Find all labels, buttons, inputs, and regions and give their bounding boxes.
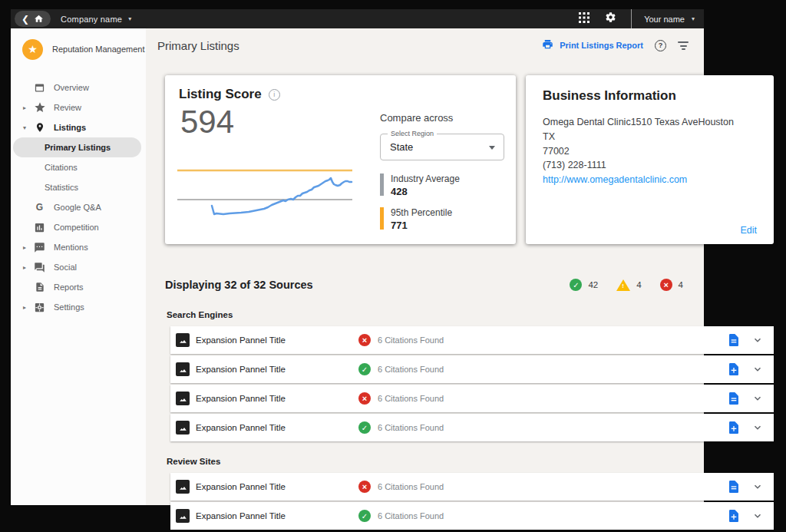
sources-header: Displaying 32 of 32 Sources ✓ 42 4 × 4 [165, 279, 683, 291]
place-pin-icon [33, 121, 46, 134]
app-title: Reputation Management [52, 45, 144, 54]
print-listings-report-button[interactable]: Print Listings Report [542, 38, 643, 53]
expansion-panel[interactable]: Expansion Pannel Title 6 Citations Found [170, 326, 774, 354]
expand-arrow-icon[interactable]: ▸ [23, 304, 26, 311]
panel-title: Expansion Pannel Title [196, 423, 358, 432]
status-icon [358, 363, 371, 375]
expansion-panel[interactable]: Expansion Pannel Title 6 Citations Found [170, 385, 774, 412]
business-website-link[interactable]: http://www.omegadentalclinic.com [543, 173, 757, 187]
page-title: Primary Listings [157, 39, 239, 52]
sidebar-item-social[interactable]: ▸ Social [11, 257, 146, 277]
sidebar-item-review[interactable]: ▸ Review [11, 97, 146, 117]
chevron-down-icon[interactable] [752, 481, 763, 492]
sidebar-item-reports[interactable]: Reports [11, 277, 146, 297]
region-select[interactable]: Select Region State [380, 134, 504, 160]
check-circle-icon: ✓ [570, 279, 582, 291]
select-region-label: Select Region [388, 130, 437, 137]
business-info-title: Business Information [543, 88, 757, 104]
image-icon [176, 509, 190, 523]
citation-doc-icon[interactable] [728, 333, 740, 347]
google-g-icon: G [33, 201, 46, 214]
sidebar-item-competition[interactable]: Competition [11, 217, 146, 237]
listing-score-value: 594 [180, 104, 234, 140]
home-icon[interactable] [34, 14, 44, 24]
legend-industry-average: Industry Average 428 [380, 173, 504, 197]
expansion-panel[interactable]: Expansion Pannel Title 6 Citations Found [170, 502, 774, 530]
sidebar-item-statistics[interactable]: Statistics [11, 177, 146, 197]
citation-doc-icon[interactable] [728, 421, 740, 435]
expansion-panel[interactable]: Expansion Pannel Title 6 Citations Found [170, 473, 774, 501]
expand-arrow-icon[interactable]: ▾ [23, 124, 26, 131]
star-icon [33, 101, 46, 114]
status-icon [358, 334, 371, 346]
citations-count: 6 Citations Found [378, 423, 444, 432]
settings-button[interactable] [597, 9, 623, 28]
settings-box-icon [33, 301, 46, 314]
expand-arrow-icon[interactable]: ▸ [23, 104, 26, 111]
citations-count: 6 Citations Found [378, 394, 444, 403]
sidebar-item-mentions[interactable]: ▸ Mentions [11, 237, 146, 257]
citations-count: 6 Citations Found [378, 335, 444, 345]
top-bar: ❮ Company name ▾ Your name ▾ [11, 9, 704, 28]
sidebar-item-google-qa[interactable]: G Google Q&A [11, 197, 146, 217]
listing-score-card: Listing Score i 594 Compare across Selec… [165, 75, 516, 244]
sidebar: ★ Reputation Management Overview ▸ Revie… [11, 28, 146, 505]
back-icon[interactable]: ❮ [21, 15, 29, 24]
star-avatar: ★ [22, 39, 43, 60]
compare-across-label: Compare across [380, 112, 504, 124]
expansion-panel[interactable]: Expansion Pannel Title 6 Citations Found [170, 414, 774, 441]
sidebar-item-primary-listings[interactable]: Primary Listings [13, 137, 141, 157]
score-trend-line [212, 178, 352, 214]
gear-icon [605, 12, 616, 26]
sources-heading: Displaying 32 of 32 Sources [165, 279, 313, 291]
sidebar-item-listings[interactable]: ▾ Listings [11, 117, 146, 137]
company-dropdown[interactable]: Company name ▾ [61, 15, 131, 24]
apps-grid-button[interactable] [571, 9, 597, 28]
expand-arrow-icon[interactable]: ▸ [23, 264, 26, 271]
panel-title: Expansion Pannel Title [196, 511, 358, 520]
business-address-line: Omega Dental Clinic1510 Texas AveHouston [543, 115, 757, 130]
chevron-down-icon[interactable] [752, 511, 763, 521]
region-select-value: State [381, 134, 504, 160]
citation-doc-icon[interactable] [728, 480, 740, 494]
citation-doc-icon[interactable] [728, 509, 740, 523]
content-header: Primary Listings Print Listings Report ? [146, 28, 704, 62]
panel-title: Expansion Pannel Title [196, 335, 358, 345]
business-address-line: TX [543, 130, 757, 144]
help-icon[interactable]: ? [655, 40, 666, 51]
sidebar-item-citations[interactable]: Citations [11, 157, 146, 177]
sidebar-header: ★ Reputation Management [11, 28, 146, 70]
sidebar-item-settings[interactable]: ▸ Settings [11, 297, 146, 317]
legend-95th-percentile: 95th Percentile 771 [380, 207, 504, 231]
edit-button[interactable]: Edit [740, 225, 757, 236]
chevron-down-icon[interactable] [752, 422, 763, 433]
citation-doc-icon[interactable] [728, 362, 740, 376]
status-icon [358, 510, 371, 522]
error-count-badge: × 4 [660, 279, 683, 291]
citations-count: 6 Citations Found [378, 365, 444, 374]
home-nav-pill[interactable]: ❮ [15, 11, 51, 27]
sidebar-nav: Overview ▸ Review ▾ Listings Primary Lis… [11, 78, 146, 317]
star-icon: ★ [28, 43, 38, 55]
user-dropdown[interactable]: Your name ▾ [632, 15, 704, 24]
business-address-line: 77002 [543, 144, 757, 159]
business-information-card: Business Information Omega Dental Clinic… [526, 75, 774, 244]
chevron-down-icon[interactable] [752, 364, 763, 375]
citation-doc-icon[interactable] [728, 392, 740, 405]
ok-count-badge: ✓ 42 [570, 279, 598, 291]
chevron-down-icon[interactable] [752, 393, 763, 404]
expand-arrow-icon[interactable]: ▸ [23, 244, 26, 251]
chevron-down-icon[interactable] [752, 335, 763, 345]
filter-icon[interactable] [678, 39, 689, 52]
panel-title: Expansion Pannel Title [196, 394, 358, 403]
image-icon [176, 480, 190, 494]
caret-down-icon: ▾ [692, 15, 695, 22]
company-name: Company name [61, 15, 122, 24]
business-phone: (713) 228-1111 [543, 158, 757, 173]
info-icon[interactable]: i [269, 89, 280, 101]
image-icon [176, 392, 190, 405]
citations-count: 6 Citations Found [378, 511, 444, 520]
section-label-review-sites: Review Sites [167, 457, 220, 466]
expansion-panel[interactable]: Expansion Pannel Title 6 Citations Found [170, 355, 774, 383]
sidebar-item-overview[interactable]: Overview [11, 78, 146, 97]
